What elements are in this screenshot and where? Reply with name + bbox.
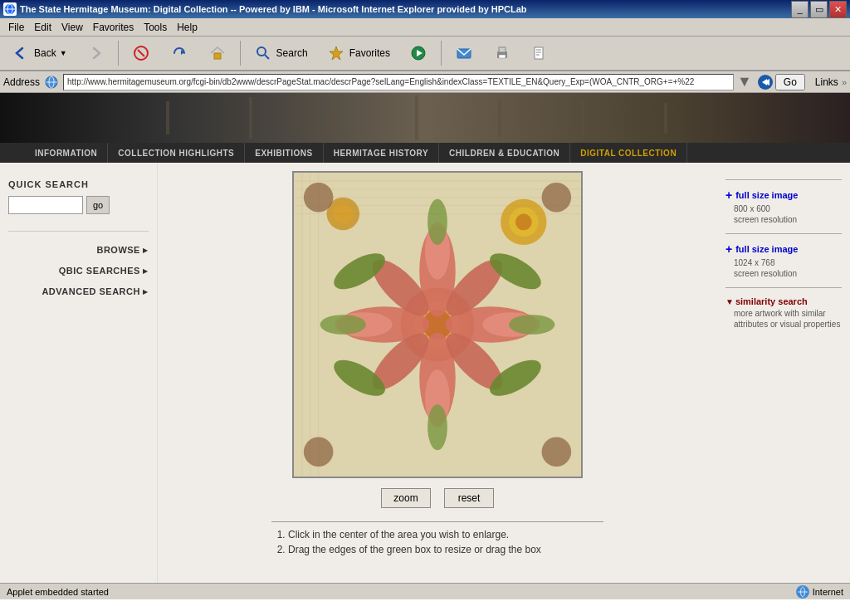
stop-button[interactable] bbox=[124, 38, 159, 68]
forward-icon bbox=[85, 43, 105, 63]
back-button[interactable]: Back ▼ bbox=[3, 38, 75, 68]
print-icon bbox=[492, 43, 512, 63]
print-button[interactable] bbox=[485, 38, 520, 68]
status-bar: Applet embedded started Internet bbox=[0, 583, 850, 599]
full-size-1-bullet: + bbox=[725, 188, 732, 202]
address-bar: Address http://www.hermitagemuseum.org/f… bbox=[0, 71, 850, 93]
title-bar-controls: _ ▭ ✕ bbox=[791, 1, 847, 18]
svg-rect-33 bbox=[581, 101, 584, 134]
address-label: Address bbox=[3, 76, 40, 88]
address-input[interactable]: http://www.hermitagemuseum.org/fcgi-bin/… bbox=[63, 74, 734, 90]
nav-information[interactable]: INFORMATION bbox=[25, 143, 108, 163]
similarity-triangle: ▼ bbox=[725, 297, 734, 306]
full-size-1-label: full size image bbox=[735, 190, 798, 200]
full-size-1-group: + full size image 800 x 600 screen resol… bbox=[725, 188, 842, 225]
similarity-desc: more artwork with similar attributes or … bbox=[734, 308, 842, 330]
instructions-divider bbox=[271, 521, 603, 522]
title-bar-left: The State Hermitage Museum: Digital Coll… bbox=[3, 2, 527, 16]
textile-image-container[interactable] bbox=[292, 171, 583, 478]
links-arrow: » bbox=[842, 77, 847, 87]
mail-button[interactable] bbox=[447, 38, 481, 68]
stop-icon bbox=[131, 43, 151, 63]
instruction-item-2: Drag the edges of the green box to resiz… bbox=[288, 544, 603, 555]
svg-point-75 bbox=[542, 183, 572, 213]
address-url: http://www.hermitagemuseum.org/fcgi-bin/… bbox=[67, 77, 694, 86]
quick-search-go-button[interactable]: go bbox=[86, 196, 110, 214]
nav-digital[interactable]: DIGITAL COLLECTION bbox=[570, 143, 687, 163]
sidebar: QUICK SEARCH go BROWSE ▸ QBIC SEARCHES ▸… bbox=[0, 163, 158, 599]
menu-edit[interactable]: Edit bbox=[29, 20, 56, 35]
svg-point-58 bbox=[320, 315, 366, 335]
nav-exhibitions[interactable]: EXHIBITIONS bbox=[245, 143, 323, 163]
svg-rect-16 bbox=[535, 47, 543, 59]
svg-point-7 bbox=[257, 47, 266, 56]
go-arrow-icon bbox=[757, 74, 774, 90]
full-size-1-link[interactable]: + full size image bbox=[725, 188, 842, 202]
links-label[interactable]: Links bbox=[815, 76, 838, 88]
full-size-2-label2: screen resolution bbox=[734, 269, 797, 278]
zoom-button[interactable]: zoom bbox=[381, 488, 431, 508]
menu-bar: File Edit View Favorites Tools Help bbox=[0, 18, 850, 37]
menu-file[interactable]: File bbox=[3, 20, 29, 35]
favorites-button[interactable]: Favorites bbox=[319, 38, 398, 68]
quick-search-input[interactable] bbox=[8, 196, 83, 214]
search-label: Search bbox=[276, 47, 308, 59]
refresh-button[interactable] bbox=[162, 38, 197, 68]
full-size-2-res: 1024 x 768 bbox=[734, 258, 775, 267]
full-size-2-desc: 1024 x 768 screen resolution bbox=[734, 257, 842, 279]
nav-history[interactable]: HERMITAGE HISTORY bbox=[324, 143, 439, 163]
toolbar: Back ▼ Search Favorites bbox=[0, 37, 850, 71]
back-icon bbox=[11, 43, 31, 63]
instructions-list: Click in the center of the area you wish… bbox=[271, 529, 603, 555]
full-size-2-label: full size image bbox=[735, 244, 798, 254]
window-title: The State Hermitage Museum: Digital Coll… bbox=[20, 4, 527, 14]
nav-bar: INFORMATION COLLECTION HIGHLIGHTS EXHIBI… bbox=[0, 143, 850, 163]
minimize-button[interactable]: _ bbox=[791, 1, 808, 18]
reset-button[interactable]: reset bbox=[444, 488, 494, 508]
edit-button[interactable] bbox=[523, 38, 558, 68]
full-size-2-bullet: + bbox=[725, 242, 732, 256]
maximize-button[interactable]: ▭ bbox=[810, 1, 828, 18]
full-size-2-link[interactable]: + full size image bbox=[725, 242, 842, 256]
forward-button[interactable] bbox=[78, 38, 113, 68]
go-button[interactable]: Go bbox=[775, 74, 805, 90]
search-row: go bbox=[8, 196, 149, 214]
right-panel: + full size image 800 x 600 screen resol… bbox=[717, 163, 850, 599]
nav-children[interactable]: CHILDREN & EDUCATION bbox=[439, 143, 570, 163]
svg-line-4 bbox=[138, 50, 144, 56]
menu-tools[interactable]: Tools bbox=[139, 20, 172, 35]
sidebar-advanced-link[interactable]: ADVANCED SEARCH ▸ bbox=[8, 286, 149, 297]
zone-label: Internet bbox=[813, 587, 843, 597]
main-content: QUICK SEARCH go BROWSE ▸ QBIC SEARCHES ▸… bbox=[0, 163, 850, 599]
toolbar-sep-2 bbox=[240, 41, 241, 66]
svg-point-57 bbox=[427, 199, 447, 245]
svg-rect-15 bbox=[499, 55, 506, 58]
similarity-link[interactable]: ▼ similarity search bbox=[725, 296, 842, 306]
svg-rect-34 bbox=[664, 103, 667, 133]
media-button[interactable] bbox=[401, 38, 436, 68]
svg-rect-6 bbox=[214, 53, 221, 59]
menu-view[interactable]: View bbox=[56, 20, 88, 35]
similarity-group: ▼ similarity search more artwork with si… bbox=[725, 296, 842, 330]
sidebar-browse-link[interactable]: BROWSE ▸ bbox=[8, 245, 149, 256]
controls-row: zoom reset bbox=[381, 488, 494, 508]
menu-favorites[interactable]: Favorites bbox=[88, 20, 139, 35]
home-button[interactable] bbox=[200, 38, 235, 68]
panel-divider-1 bbox=[725, 179, 842, 180]
close-button[interactable]: ✕ bbox=[829, 1, 847, 18]
back-dropdown-icon[interactable]: ▼ bbox=[60, 49, 67, 57]
museum-header bbox=[0, 93, 850, 143]
sidebar-qbic-link[interactable]: QBIC SEARCHES ▸ bbox=[8, 266, 149, 276]
panel-divider-3 bbox=[725, 287, 842, 288]
menu-help[interactable]: Help bbox=[172, 20, 203, 35]
svg-point-60 bbox=[427, 404, 447, 450]
svg-rect-26 bbox=[0, 93, 850, 143]
address-dropdown-icon[interactable]: ▼ bbox=[737, 73, 752, 90]
svg-point-77 bbox=[542, 437, 572, 467]
search-button[interactable]: Search bbox=[246, 38, 315, 68]
nav-collection[interactable]: COLLECTION HIGHLIGHTS bbox=[108, 143, 245, 163]
edit-icon bbox=[530, 43, 550, 63]
back-label: Back bbox=[34, 47, 56, 59]
internet-icon bbox=[796, 585, 809, 599]
title-bar: The State Hermitage Museum: Digital Coll… bbox=[0, 0, 850, 18]
